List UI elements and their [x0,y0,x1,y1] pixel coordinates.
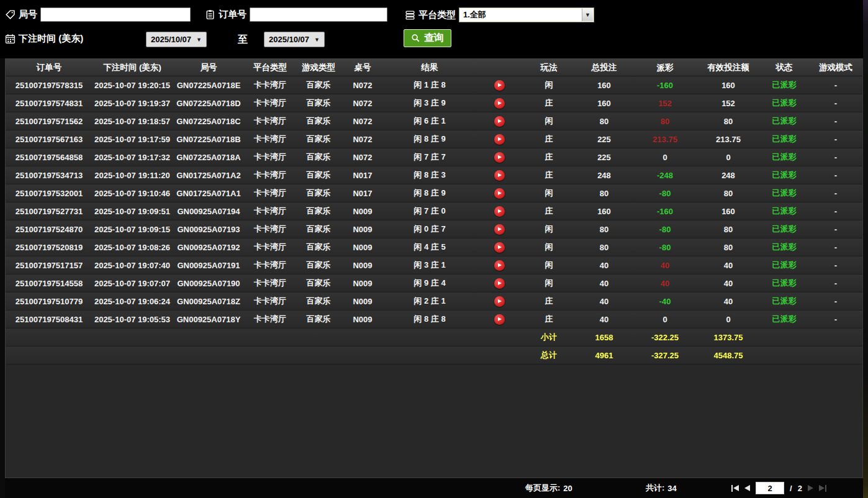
cell-valid-bet: 80 [697,238,759,256]
play-button[interactable] [494,170,505,181]
cell-total-bet: 40 [576,310,633,328]
play-button[interactable] [494,296,505,307]
cell-bet-time: 2025-10-07 19:11:20 [93,166,172,184]
page-input[interactable] [756,482,784,494]
last-page-button[interactable] [819,485,826,492]
cell-game-mode: - [809,292,862,310]
order-label: 订单号 [219,9,246,20]
cell-result: 闲 7 庄 7 [383,148,476,166]
cell-game-type: 百家乐 [295,220,342,238]
empty-cell [93,346,172,364]
empty-cell [759,328,809,346]
cell-order-id: 251007197510779 [6,292,93,310]
cell-result: 闲 2 庄 1 [383,292,476,310]
order-input[interactable] [250,7,387,22]
order-filter: 订单号 [205,7,387,22]
play-button[interactable] [494,188,505,199]
cell-play-type: 闲 [522,76,576,94]
round-input[interactable] [40,7,191,22]
cell-status: 已派彩 [759,76,809,94]
play-icon [498,173,502,177]
play-button[interactable] [494,116,505,127]
cell-table-no: N072 [342,148,383,166]
date-from-picker[interactable]: 2025/10/07 ▼ [146,32,207,47]
col-play-type: 玩法 [522,59,576,76]
total-row: 总计4961-327.254548.75 [6,346,862,364]
cell-game-type: 百家乐 [295,292,342,310]
col-order-id: 订单号 [6,59,93,76]
cell-status: 已派彩 [759,166,809,184]
filter-bar: 局号 订单号 平台类型 1.全部 ▼ 下注时间 (美东) 2025/10/07 … [0,0,863,58]
cell-table-no: N009 [342,202,383,220]
cell-order-id: 251007197564858 [6,148,93,166]
first-page-button[interactable] [731,485,739,492]
cell-play [476,238,522,256]
cell-status: 已派彩 [759,148,809,166]
table-body: 2510071975783152025-10-07 19:20:15GN0722… [6,76,862,364]
cell-play [476,76,522,94]
page-separator: / [790,484,792,493]
cell-game-mode: - [809,148,862,166]
cell-order-id: 251007197527731 [6,202,93,220]
cell-game-mode: - [809,274,862,292]
empty-cell [476,346,522,364]
subtotal-row: 小计1658-322.251373.75 [6,328,862,346]
cell-bet-time: 2025-10-07 19:20:15 [93,76,172,94]
play-icon [498,317,502,321]
cell-platform: 卡卡湾厅 [245,220,295,238]
date-to-picker[interactable]: 2025/10/07 ▼ [264,32,325,47]
cell-valid-bet: 213.75 [697,130,759,148]
cell-play [476,310,522,328]
table-row: 2510071975208192025-10-07 19:08:26GN0092… [6,238,862,256]
subtotal-label: 小计 [522,328,576,346]
cell-order-id: 251007197514558 [6,274,93,292]
cell-payout: 40 [633,256,697,274]
play-button[interactable] [494,242,505,253]
col-round-id: 局号 [172,59,245,76]
cell-game-type: 百家乐 [295,148,342,166]
cell-round-id: GN07225A0718C [172,112,245,130]
cell-bet-time: 2025-10-07 19:10:46 [93,184,172,202]
cell-result: 闲 3 庄 1 [383,256,476,274]
search-button[interactable]: 查询 [404,29,451,47]
next-page-button[interactable] [808,485,813,491]
total-pages: 2 [798,484,802,493]
cell-result: 闲 8 庄 3 [383,166,476,184]
cell-game-mode: - [809,184,862,202]
cell-play-type: 闲 [522,238,576,256]
table-row: 2510071975320012025-10-07 19:10:46GN0172… [6,184,862,202]
round-label: 局号 [19,9,37,20]
play-icon [498,155,502,159]
play-button[interactable] [494,80,505,91]
prev-page-button[interactable] [744,485,750,491]
cell-order-id: 251007197532001 [6,184,93,202]
table-header-row: 订单号下注时间 (美东)局号平台类型游戏类型桌号结果玩法总投注派彩有效投注额状态… [6,59,862,76]
cell-round-id: GN00925A07191 [172,256,245,274]
cell-payout: 213.75 [633,130,697,148]
play-button[interactable] [494,152,505,163]
cell-play-type: 庄 [522,148,576,166]
cell-total-bet: 40 [576,256,633,274]
arrow-left-icon [744,485,750,491]
cell-order-id: 251007197517157 [6,256,93,274]
arrow-right-icon [808,485,813,491]
date-range-to-label: 至 [238,34,248,47]
play-icon [498,227,502,231]
play-icon [498,263,502,267]
cell-game-mode: - [809,256,862,274]
play-button[interactable] [494,278,505,289]
play-button[interactable] [494,98,505,109]
platform-select[interactable]: 1.全部 ▼ [459,7,594,22]
play-button[interactable] [494,314,505,325]
play-button[interactable] [494,206,505,217]
cell-play-type: 闲 [522,274,576,292]
play-button[interactable] [494,260,505,271]
play-button[interactable] [494,224,505,235]
cell-status: 已派彩 [759,184,809,202]
cell-table-no: N017 [342,166,383,184]
cell-total-bet: 80 [576,238,633,256]
cell-game-type: 百家乐 [295,202,342,220]
cell-status: 已派彩 [759,94,809,112]
cell-platform: 卡卡湾厅 [245,292,295,310]
play-button[interactable] [494,134,505,145]
